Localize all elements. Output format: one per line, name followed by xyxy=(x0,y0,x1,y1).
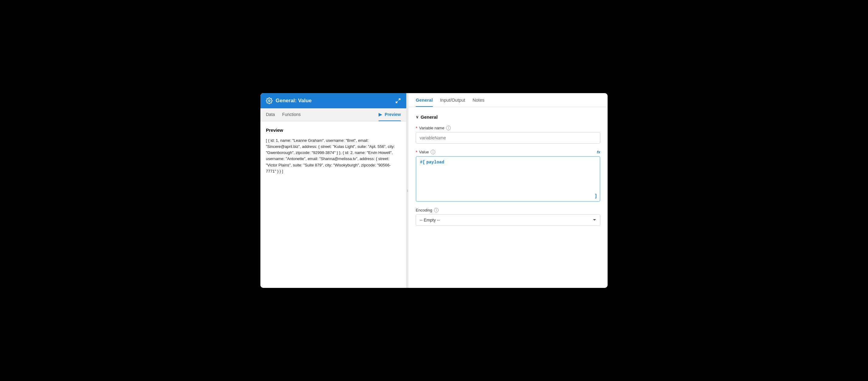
encoding-info-icon[interactable]: i xyxy=(434,208,439,212)
section-header: ∨ General xyxy=(416,114,600,119)
code-keyword: payload xyxy=(426,160,444,165)
gear-icon xyxy=(266,97,273,104)
tab-notes[interactable]: Notes xyxy=(472,97,484,107)
variable-name-label: * Variable name i xyxy=(416,126,600,130)
right-panel: General Input/Output Notes ∨ General * V… xyxy=(408,93,608,288)
left-header: General: Value xyxy=(260,93,406,108)
code-hash: #[ xyxy=(420,160,425,165)
left-header-title: General: Value xyxy=(266,97,312,104)
value-group: * Value i fx #[ payload ] xyxy=(416,150,600,202)
collapse-icon xyxy=(395,98,401,103)
code-editor-wrapper[interactable]: #[ payload ] xyxy=(416,156,600,202)
value-required-star: * xyxy=(416,150,417,154)
tab-general[interactable]: General xyxy=(416,97,433,107)
resize-handle[interactable] xyxy=(407,93,408,288)
encoding-select[interactable]: -- Empty -- xyxy=(416,214,600,226)
value-field-header: * Value i fx xyxy=(416,150,600,154)
app-container: General: Value Data Functions ▶ Preview … xyxy=(260,93,608,288)
value-label-text: Value xyxy=(419,150,429,154)
encoding-label-text: Encoding xyxy=(416,208,432,212)
value-info-icon[interactable]: i xyxy=(431,150,435,154)
collapse-button[interactable] xyxy=(395,98,401,103)
right-tabs: General Input/Output Notes xyxy=(408,93,608,107)
left-panel: General: Value Data Functions ▶ Preview … xyxy=(260,93,407,288)
fx-button[interactable]: fx xyxy=(597,150,600,154)
code-editor-content: #[ payload xyxy=(420,160,596,165)
encoding-label: Encoding i xyxy=(416,208,600,212)
preview-text: [ { id: 1, name: "Leanne Graham", userna… xyxy=(266,138,401,174)
preview-triangle: ▶ xyxy=(378,112,382,117)
right-content: ∨ General * Variable name i variableName… xyxy=(408,107,608,288)
preview-title: Preview xyxy=(266,128,401,133)
value-label: * Value i xyxy=(416,150,435,154)
svg-point-0 xyxy=(268,100,270,102)
variable-name-label-text: Variable name xyxy=(419,126,444,130)
encoding-group: Encoding i -- Empty -- xyxy=(416,208,600,226)
required-star: * xyxy=(416,126,417,130)
code-bracket-close: ] xyxy=(595,193,597,199)
preview-label: Preview xyxy=(385,112,401,117)
variable-name-input[interactable]: variableName xyxy=(416,132,600,144)
variable-name-group: * Variable name i variableName xyxy=(416,126,600,144)
tab-input-output[interactable]: Input/Output xyxy=(440,97,465,107)
tab-preview[interactable]: ▶ Preview xyxy=(378,108,401,121)
section-title: General xyxy=(421,114,438,119)
section-chevron-icon: ∨ xyxy=(416,115,419,119)
left-tabs: Data Functions ▶ Preview xyxy=(260,108,406,122)
header-title: General: Value xyxy=(276,98,312,104)
left-content: Preview [ { id: 1, name: "Leanne Graham"… xyxy=(260,122,406,288)
variable-name-info-icon[interactable]: i xyxy=(446,126,451,130)
tab-data[interactable]: Data xyxy=(266,108,275,121)
tab-functions[interactable]: Functions xyxy=(282,108,301,121)
